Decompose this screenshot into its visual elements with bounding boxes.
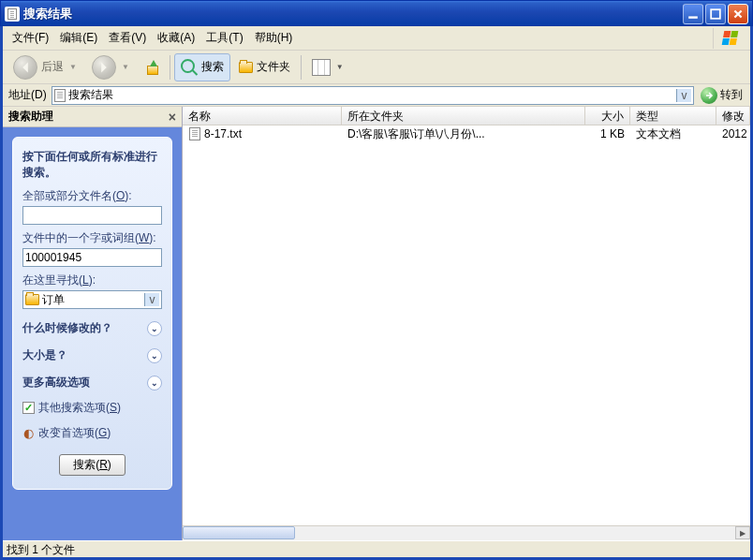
lookin-select[interactable]: 订单 v — [22, 290, 162, 309]
go-arrow-icon — [701, 87, 717, 104]
cell-date: 2012 — [716, 127, 750, 140]
col-folder[interactable]: 所在文件夹 — [342, 107, 585, 125]
address-field[interactable]: 搜索结果 v — [52, 86, 694, 105]
separator — [170, 55, 170, 80]
chevron-down-icon: ⌄ — [147, 321, 162, 336]
link-change-prefs[interactable]: ◐ 改变首选项(G) — [22, 425, 162, 441]
results-rows: 8-17.txt D:\客服\客服\订单\八月份\... 1 KB 文本文档 2… — [183, 125, 750, 525]
expander-size[interactable]: 大小是？ ⌄ — [22, 347, 162, 363]
folder-icon — [239, 62, 253, 73]
folder-icon — [25, 294, 39, 305]
col-size[interactable]: 大小 — [585, 107, 630, 125]
views-icon — [312, 59, 331, 76]
check-icon: ✓ — [22, 402, 35, 414]
address-bar: 地址(D) 搜索结果 v 转到 — [3, 84, 750, 107]
content-input[interactable] — [22, 248, 162, 267]
up-button[interactable] — [138, 53, 166, 81]
cell-name: 8-17.txt — [204, 127, 242, 140]
col-type[interactable]: 类型 — [630, 107, 716, 125]
address-label: 地址(D) — [7, 87, 49, 103]
titlebar: 搜索结果 — [0, 0, 753, 26]
close-button[interactable] — [728, 4, 748, 24]
separator — [301, 55, 302, 80]
svg-rect-1 — [711, 9, 720, 19]
gear-icon: ◐ — [22, 427, 35, 439]
filename-label: 全部或部分文件名(O): — [22, 188, 162, 204]
window-icon — [5, 7, 20, 22]
col-name[interactable]: 名称 — [183, 107, 342, 125]
sidebar: 搜索助理 × 按下面任何或所有标准进行搜索。 全部或部分文件名(O): 文件中的… — [3, 107, 183, 540]
sidebar-header: 搜索助理 × — [3, 107, 182, 127]
scroll-right-icon[interactable]: ▶ — [735, 526, 750, 539]
sidebar-title: 搜索助理 — [8, 109, 53, 125]
folders-button[interactable]: 文件夹 — [232, 53, 297, 81]
expander-label: 大小是？ — [22, 347, 67, 363]
page-icon — [54, 89, 66, 102]
expander-advanced[interactable]: 更多高级选项 ⌄ — [22, 375, 162, 391]
menu-edit[interactable]: 编辑(E) — [54, 28, 103, 48]
chevron-down-icon: ⌄ — [147, 376, 162, 391]
column-headers: 名称 所在文件夹 大小 类型 修改 — [183, 107, 750, 125]
views-button[interactable]: ▼ — [305, 53, 350, 81]
cell-type: 文本文档 — [630, 126, 716, 142]
chevron-down-icon: ▼ — [67, 63, 77, 71]
forward-button[interactable]: ▼ — [85, 53, 136, 81]
cell-size: 1 KB — [585, 127, 630, 140]
go-button[interactable]: 转到 — [697, 86, 746, 105]
panel-header: 按下面任何或所有标准进行搜索。 — [22, 149, 162, 181]
sidebar-close-icon[interactable]: × — [169, 110, 176, 125]
window-title: 搜索结果 — [23, 6, 683, 22]
svg-rect-0 — [688, 16, 698, 18]
search-panel: 按下面任何或所有标准进行搜索。 全部或部分文件名(O): 文件中的一个字或词组(… — [12, 137, 172, 490]
col-date[interactable]: 修改 — [716, 107, 750, 125]
address-value: 搜索结果 — [68, 87, 113, 103]
maximize-button[interactable] — [705, 4, 726, 24]
menu-favorites[interactable]: 收藏(A) — [152, 28, 200, 48]
chevron-down-icon[interactable]: v — [144, 293, 159, 306]
lookin-label: 在这里寻找(L): — [22, 273, 162, 288]
menu-file[interactable]: 文件(F) — [7, 28, 54, 48]
lookin-value: 订单 — [42, 292, 65, 308]
scrollbar-thumb[interactable] — [183, 526, 295, 539]
status-bar: 找到 1 个文件 — [3, 540, 750, 557]
link-other-options[interactable]: ✓ 其他搜索选项(S) — [22, 400, 162, 416]
content-label: 文件中的一个字或词组(W): — [22, 230, 162, 246]
forward-arrow-icon — [92, 55, 116, 80]
folders-label: 文件夹 — [257, 59, 290, 75]
minimize-button[interactable] — [683, 4, 703, 24]
results-list: 名称 所在文件夹 大小 类型 修改 8-17.txt D:\客服\客服\订单\八… — [183, 107, 750, 540]
menu-help[interactable]: 帮助(H) — [249, 28, 299, 48]
expander-when-modified[interactable]: 什么时候修改的？ ⌄ — [22, 320, 162, 336]
search-submit-button[interactable]: 搜索(R) — [59, 454, 126, 476]
horizontal-scrollbar[interactable]: ▶ — [183, 525, 750, 540]
back-label: 后退 — [41, 59, 64, 75]
up-folder-icon — [144, 60, 159, 75]
go-label: 转到 — [720, 87, 743, 103]
toolbar: 后退 ▼ ▼ 搜索 文件夹 ▼ — [3, 51, 750, 84]
table-row[interactable]: 8-17.txt D:\客服\客服\订单\八月份\... 1 KB 文本文档 2… — [183, 125, 750, 142]
windows-logo-icon — [713, 28, 746, 49]
back-arrow-icon — [13, 55, 37, 80]
address-dropdown-icon[interactable]: v — [676, 89, 691, 102]
search-icon — [181, 59, 198, 76]
expander-label: 更多高级选项 — [22, 375, 90, 391]
search-button[interactable]: 搜索 — [174, 53, 230, 81]
menu-view[interactable]: 查看(V) — [103, 28, 152, 48]
expander-label: 什么时候修改的？ — [22, 320, 112, 336]
chevron-down-icon: ▼ — [120, 63, 129, 71]
text-file-icon — [188, 127, 201, 140]
menu-tools[interactable]: 工具(T) — [200, 28, 248, 48]
menubar: 文件(F) 编辑(E) 查看(V) 收藏(A) 工具(T) 帮助(H) — [3, 26, 750, 51]
search-label: 搜索 — [201, 59, 224, 75]
chevron-down-icon: ▼ — [334, 63, 344, 71]
filename-input[interactable] — [22, 206, 162, 225]
back-button[interactable]: 后退 ▼ — [7, 53, 83, 81]
cell-folder: D:\客服\客服\订单\八月份\... — [342, 126, 585, 142]
chevron-down-icon: ⌄ — [147, 348, 162, 363]
